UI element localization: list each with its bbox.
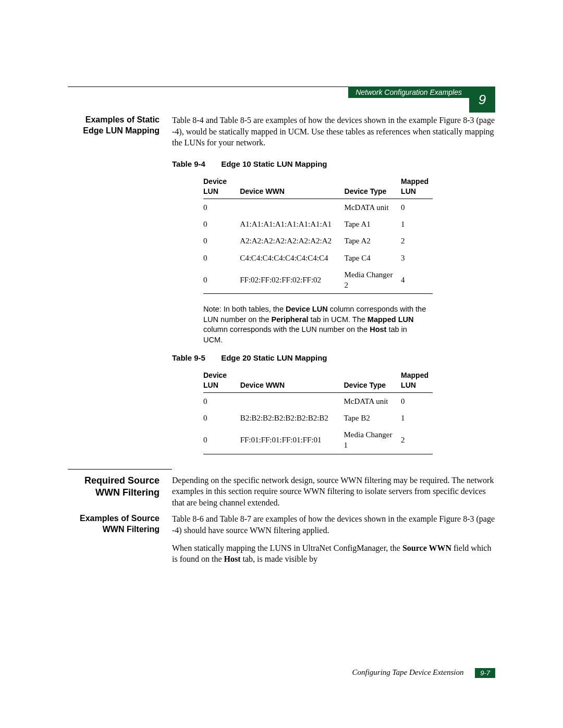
table-9-4-number: Table 9-4 xyxy=(172,159,219,169)
table-row: 0 A1:A1:A1:A1:A1:A1:A1:A1 Tape A1 1 xyxy=(203,216,433,232)
table-row: 0 B2:B2:B2:B2:B2:B2:B2:B2 Tape B2 1 xyxy=(203,410,433,426)
table-row: 0 McDATA unit 0 xyxy=(203,392,433,410)
table-9-5-number: Table 9-5 xyxy=(172,353,219,363)
note-block: Note: In both tables, the Device LUN col… xyxy=(203,304,427,345)
section-title-required-source: Required Source WWN Filtering xyxy=(68,475,172,509)
table-header-row: DeviceLUN Device WWN Device Type MappedL… xyxy=(203,175,433,199)
page-number-box: 9-7 xyxy=(475,668,495,678)
table-row: 0 FF:02:FF:02:FF:02:FF:02 Media Changer … xyxy=(203,266,433,294)
table-row: 0 McDATA unit 0 xyxy=(203,199,433,216)
table-9-5: DeviceLUN Device WWN Device Type MappedL… xyxy=(203,368,433,454)
col-mapped-lun: MappedLUN xyxy=(401,368,433,392)
paragraph-examples-source-1: Table 8-6 and Table 8-7 are examples of … xyxy=(172,513,495,536)
paragraph-required-source: Depending on the specific network design… xyxy=(172,475,495,509)
section-divider xyxy=(68,469,172,470)
table-row: 0 C4:C4:C4:C4:C4:C4:C4:C4 Tape C4 3 xyxy=(203,250,433,266)
paragraph-static-mapping: Table 8-4 and Table 8-5 are examples of … xyxy=(172,115,495,149)
col-device-type: Device Type xyxy=(345,175,401,199)
table-9-4: DeviceLUN Device WWN Device Type MappedL… xyxy=(203,175,433,294)
table-9-4-title: Edge 10 Static LUN Mapping xyxy=(221,159,327,168)
col-device-wwn: Device WWN xyxy=(240,368,344,392)
table-9-4-caption: Table 9-4 Edge 10 Static LUN Mapping xyxy=(172,159,495,169)
table-row: 0 FF:01:FF:01:FF:01:FF:01 Media Changer … xyxy=(203,426,433,454)
subsection-title-examples-source: Examples of Source WWN Filtering xyxy=(68,513,172,564)
col-device-lun: DeviceLUN xyxy=(203,368,240,392)
page-footer: Configuring Tape Device Extension 9-7 xyxy=(68,668,495,678)
header-section-bar: Network Configuration Examples xyxy=(348,87,469,98)
table-9-5-caption: Table 9-5 Edge 20 Static LUN Mapping xyxy=(172,353,495,363)
content-area: Examples of Static Edge LUN Mapping Tabl… xyxy=(68,115,495,565)
note-prefix: Note: xyxy=(203,305,222,313)
footer-title: Configuring Tape Device Extension xyxy=(352,668,463,676)
col-device-lun: DeviceLUN xyxy=(203,175,240,199)
table-row: 0 A2:A2:A2:A2:A2:A2:A2:A2 Tape A2 2 xyxy=(203,232,433,249)
table-header-row: DeviceLUN Device WWN Device Type MappedL… xyxy=(203,368,433,392)
page: Network Configuration Examples 9 Example… xyxy=(0,0,563,728)
col-device-type: Device Type xyxy=(344,368,401,392)
chapter-number-box: 9 xyxy=(469,87,495,113)
table-9-5-title: Edge 20 Static LUN Mapping xyxy=(221,353,327,362)
paragraph-examples-source-2: When statically mapping the LUNS in Ultr… xyxy=(172,542,495,565)
col-device-wwn: Device WWN xyxy=(240,175,344,199)
subsection-title-static-mapping: Examples of Static Edge LUN Mapping xyxy=(68,115,172,149)
col-mapped-lun: MappedLUN xyxy=(401,175,433,199)
